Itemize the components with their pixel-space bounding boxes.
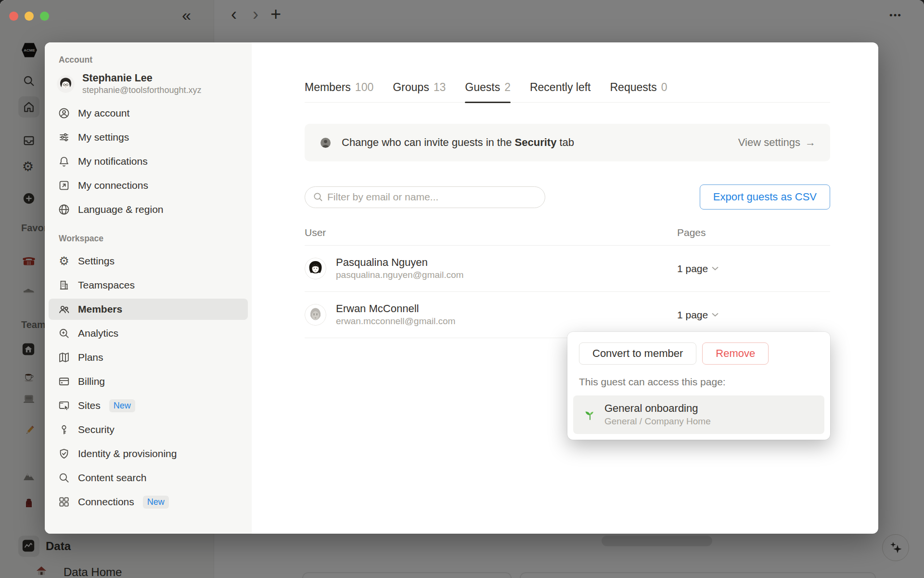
- profile-name: Stephanie Lee: [82, 72, 201, 85]
- column-user: User: [305, 227, 677, 238]
- settings-modal: Account Stephanie Lee stephanie@toolsfor…: [45, 42, 878, 534]
- workspace-section-header: Workspace: [59, 234, 248, 244]
- new-badge: New: [109, 399, 135, 412]
- invite-guests-banner: Change who can invite guests in the Secu…: [305, 124, 830, 161]
- page-title: General onboarding: [604, 402, 711, 416]
- guest-row[interactable]: Erwan McConnell erwan.mcconnell@gmail.co…: [305, 292, 830, 338]
- guest-avatar: [305, 304, 326, 326]
- new-badge: New: [143, 496, 169, 509]
- nav-item-language-region[interactable]: Language & region: [49, 199, 248, 220]
- guest-avatar: [305, 258, 326, 279]
- profile-row[interactable]: Stephanie Lee stephanie@toolsforthought.…: [57, 72, 248, 96]
- nav-item-security[interactable]: Security: [49, 419, 248, 440]
- tab-requests[interactable]: Requests0: [610, 81, 667, 102]
- arrow-right-icon: →: [805, 136, 816, 149]
- tab-label: Requests: [610, 81, 657, 94]
- nav-item-label: Content search: [78, 472, 146, 484]
- convert-to-member-button[interactable]: Convert to member: [579, 342, 696, 365]
- tab-count: 0: [661, 81, 667, 94]
- seedling-icon: [584, 408, 596, 421]
- pages-dropdown[interactable]: 1 page: [677, 309, 830, 321]
- view-settings-link[interactable]: View settings→: [738, 136, 816, 149]
- nav-item-label: Security: [78, 424, 115, 435]
- nav-item-label: Analytics: [78, 328, 118, 339]
- tab-groups[interactable]: Groups13: [393, 81, 446, 102]
- chevron-down-icon: [712, 266, 719, 271]
- filter-input[interactable]: [305, 186, 545, 208]
- sliders-icon: [58, 131, 70, 144]
- nav-item-label: Members: [78, 303, 122, 315]
- bell-icon: [58, 155, 70, 168]
- tab-members[interactable]: Members100: [305, 81, 373, 102]
- guest-filter-search: [305, 186, 545, 208]
- magnifier-icon: [58, 472, 70, 484]
- tab-guests[interactable]: Guests2: [465, 81, 511, 102]
- accessible-page-item[interactable]: General onboarding General / Company Hom…: [573, 395, 824, 434]
- nav-item-sites[interactable]: Sites New: [49, 395, 248, 416]
- nav-item-my-connections[interactable]: My connections: [49, 175, 248, 196]
- gear-icon: ⚙: [58, 255, 70, 267]
- magnifier-sparkle-icon: [58, 327, 70, 340]
- members-content-pane: Members100 Groups13 Guests2 Recently lef…: [252, 42, 878, 534]
- person-circle-icon: [319, 136, 332, 149]
- nav-item-billing[interactable]: Billing: [49, 371, 248, 392]
- nav-item-label: My connections: [78, 180, 148, 191]
- zoom-window-button[interactable]: [40, 12, 49, 21]
- browser-cursor-icon: [58, 399, 70, 412]
- desktop: « ‹ › + ••• ACME ⚙ Favorites Teamspaces: [0, 0, 924, 578]
- minimize-window-button[interactable]: [25, 12, 34, 21]
- nav-item-label: My notifications: [78, 156, 148, 167]
- settings-nav-panel: Account Stephanie Lee stephanie@toolsfor…: [45, 42, 252, 534]
- nav-item-identity-provisioning[interactable]: Identity & provisioning: [49, 443, 248, 464]
- nav-item-content-search[interactable]: Content search: [49, 467, 248, 488]
- pages-dropdown[interactable]: 1 page: [677, 263, 830, 275]
- nav-item-label: My account: [78, 107, 129, 119]
- nav-item-label: Connections: [78, 496, 134, 508]
- guest-row[interactable]: Pasqualina Nguyen pasqualina.nguyen@gmai…: [305, 246, 830, 292]
- guest-email: erwan.mcconnell@gmail.com: [336, 315, 455, 328]
- nav-item-plans[interactable]: Plans: [49, 347, 248, 368]
- guest-name: Pasqualina Nguyen: [336, 256, 463, 270]
- tab-count: 2: [504, 81, 511, 94]
- nav-item-label: Plans: [78, 352, 103, 363]
- nav-item-analytics[interactable]: Analytics: [49, 323, 248, 344]
- nav-item-teamspaces[interactable]: Teamspaces: [49, 275, 248, 296]
- nav-item-my-notifications[interactable]: My notifications: [49, 151, 248, 172]
- nav-item-settings[interactable]: ⚙ Settings: [49, 250, 248, 272]
- grid-icon: [58, 496, 70, 508]
- nav-item-label: Identity & provisioning: [78, 448, 177, 460]
- export-guests-csv-button[interactable]: Export guests as CSV: [700, 184, 830, 210]
- guest-actions-popover: Convert to member Remove This guest can …: [567, 332, 830, 440]
- tab-recently-left[interactable]: Recently left: [530, 81, 591, 102]
- tab-count: 100: [355, 81, 373, 94]
- nav-item-members[interactable]: Members: [49, 299, 248, 320]
- banner-text: Change who can invite guests in the Secu…: [342, 136, 574, 149]
- key-icon: [58, 423, 70, 436]
- column-pages: Pages: [677, 227, 830, 238]
- close-window-button[interactable]: [9, 12, 18, 21]
- shield-check-icon: [58, 447, 70, 460]
- guest-email: pasqualina.nguyen@gmail.com: [336, 269, 463, 281]
- nav-item-label: Billing: [78, 376, 105, 387]
- tab-label: Recently left: [530, 81, 591, 94]
- credit-card-icon: [58, 375, 70, 388]
- box-arrow-icon: [58, 179, 70, 192]
- tab-label: Members: [305, 81, 351, 94]
- nav-item-label: Language & region: [78, 204, 164, 215]
- tab-count: 13: [434, 81, 446, 94]
- guest-access-label: This guest can access this page:: [579, 376, 819, 388]
- nav-item-label: Teamspaces: [78, 279, 135, 291]
- guest-name: Erwan McConnell: [336, 302, 455, 316]
- chevron-down-icon: [712, 313, 719, 317]
- guest-table-header: User Pages: [305, 227, 830, 246]
- profile-avatar: [57, 75, 75, 93]
- nav-item-connections[interactable]: Connections New: [49, 491, 248, 512]
- map-icon: [58, 351, 70, 364]
- nav-item-my-account[interactable]: My account: [49, 103, 248, 124]
- page-path: General / Company Home: [604, 416, 711, 428]
- search-icon: [312, 191, 324, 203]
- nav-item-my-settings[interactable]: My settings: [49, 127, 248, 148]
- profile-email: stephanie@toolsforthought.xyz: [82, 85, 201, 96]
- remove-guest-button[interactable]: Remove: [702, 342, 769, 365]
- tab-label: Groups: [393, 81, 429, 94]
